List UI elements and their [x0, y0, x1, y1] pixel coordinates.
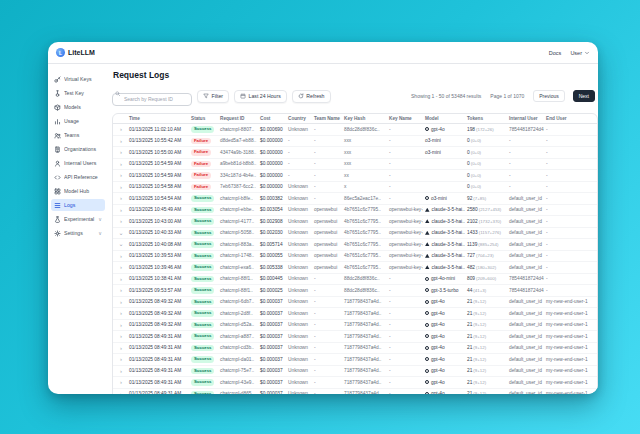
- cell-country: Unknown: [286, 368, 312, 373]
- cell-internal-user: 78544818724d4..: [507, 276, 544, 281]
- table-row[interactable]: › 01/13/2025 09:53:57 AM Success chatcmp…: [113, 285, 597, 297]
- topbar: L LiteLLM Docs User: [48, 42, 598, 64]
- model-name: o3-mini: [425, 138, 441, 143]
- row-expand-chevron-icon[interactable]: ›: [113, 182, 127, 192]
- user-menu[interactable]: User: [570, 50, 590, 56]
- model-name: claude-3-5-hai..: [432, 265, 465, 270]
- table-row[interactable]: › 01/13/2025 10:39:46 AM Success chatcmp…: [113, 262, 597, 274]
- sidebar-item-experimental[interactable]: Experimental∨: [51, 213, 105, 225]
- row-expand-chevron-icon[interactable]: ›: [113, 251, 127, 261]
- table-row[interactable]: › 01/13/2025 08:49:31 AM Success chatcmp…: [113, 343, 597, 355]
- cell-tokens: 2102(1732+370): [465, 219, 507, 224]
- cell-time: 01/13/2025 09:53:57 AM: [127, 288, 189, 293]
- sidebar-item-label: API Reference: [64, 174, 102, 180]
- cell-status: Success: [189, 241, 218, 248]
- cell-time: 01/13/2025 10:40:08 AM: [127, 242, 189, 247]
- table-row[interactable]: › 01/13/2025 08:49:31 AM Success chatcmp…: [113, 389, 597, 395]
- table-row[interactable]: › 01/13/2025 10:39:53 AM Success chatcmp…: [113, 251, 597, 263]
- row-expand-chevron-icon[interactable]: ›: [113, 136, 127, 146]
- row-expand-chevron-icon[interactable]: ›: [113, 170, 127, 180]
- search-input[interactable]: [112, 93, 192, 106]
- row-expand-chevron-icon[interactable]: ⌄: [113, 239, 127, 249]
- sidebar-item-organizations[interactable]: Organizations: [51, 143, 105, 155]
- cell-country: Unknown: [286, 276, 312, 281]
- table-row[interactable]: › 01/13/2025 10:43:00 AM Success chatcmp…: [113, 216, 597, 228]
- cell-tokens: 0(0+0): [465, 173, 507, 178]
- table-row[interactable]: ⌄ 01/13/2025 10:40:08 AM Success chatcmp…: [113, 239, 597, 251]
- row-expand-chevron-icon[interactable]: ›: [113, 366, 127, 376]
- table-row[interactable]: › 01/13/2025 08:49:32 AM Success chatcmp…: [113, 320, 597, 332]
- cell-internal-user: -: [507, 150, 544, 155]
- table-row[interactable]: › 01/13/2025 08:49:31 AM Success chatcmp…: [113, 377, 597, 389]
- row-expand-chevron-icon[interactable]: ›: [113, 147, 127, 157]
- status-badge: Success: [191, 322, 214, 329]
- previous-page-button[interactable]: Previous: [533, 90, 564, 102]
- cell-cost: $0.000037: [258, 334, 286, 339]
- sidebar-item-settings[interactable]: Settings∨: [51, 227, 105, 239]
- row-expand-chevron-icon[interactable]: ›: [113, 193, 127, 203]
- sidebar-item-internal-users[interactable]: Internal Users: [51, 157, 105, 169]
- cell-country: Unknown: [286, 299, 312, 304]
- sidebar-item-models[interactable]: Models: [51, 101, 105, 113]
- table-row[interactable]: › 01/13/2025 10:55:00 AM Failure 43474a9…: [113, 147, 597, 159]
- row-expand-chevron-icon[interactable]: ›: [113, 377, 127, 387]
- cell-country: Unknown: [286, 357, 312, 362]
- table-row[interactable]: › 01/13/2025 10:54:58 AM Failure 7eb6738…: [113, 182, 597, 194]
- table-row[interactable]: ⌄ 01/13/2025 10:40:33 AM Success chatcmp…: [113, 228, 597, 240]
- docs-link[interactable]: Docs: [549, 50, 562, 56]
- row-expand-chevron-icon[interactable]: ›: [113, 285, 127, 295]
- table-row[interactable]: › 01/13/2025 10:54:59 AM Failure a9beb81…: [113, 159, 597, 171]
- sidebar-item-label: Teams: [64, 132, 102, 138]
- cell-country: Unknown: [286, 265, 312, 270]
- row-expand-chevron-icon[interactable]: ›: [113, 205, 127, 215]
- row-expand-chevron-icon[interactable]: ›: [113, 331, 127, 341]
- table-row[interactable]: › 01/13/2025 10:45:49 AM Success chatcmp…: [113, 205, 597, 217]
- model-name: gpt-4o: [431, 127, 445, 132]
- table-row[interactable]: › 01/13/2025 10:55:42 AM Failure d8ded5a…: [113, 136, 597, 148]
- table-row[interactable]: › 01/13/2025 08:49:31 AM Success chatcmp…: [113, 366, 597, 378]
- table-row[interactable]: › 01/13/2025 08:49:31 AM Success chatcmp…: [113, 331, 597, 343]
- sidebar-item-logs[interactable]: Logs: [51, 199, 105, 211]
- row-expand-chevron-icon[interactable]: ›: [113, 124, 127, 134]
- table-row[interactable]: › 01/13/2025 08:49:32 AM Success chatcmp…: [113, 297, 597, 309]
- next-page-button[interactable]: Next: [573, 90, 595, 102]
- table-row[interactable]: › 01/13/2025 10:54:54 AM Success chatcmp…: [113, 193, 597, 205]
- table-row[interactable]: › 01/13/2025 10:38:41 AM Success chatcmp…: [113, 274, 597, 286]
- cell-tokens: 21(9+12): [465, 391, 507, 394]
- table-row[interactable]: › 01/13/2025 08:49:31 AM Success chatcmp…: [113, 354, 597, 366]
- sidebar-item-test-key[interactable]: Test Key: [51, 87, 105, 99]
- table-row[interactable]: › 01/13/2025 11:02:10 AM Success chatcmp…: [113, 124, 597, 136]
- sidebar-item-api-reference[interactable]: API Reference: [51, 171, 105, 183]
- sidebar-item-usage[interactable]: Usage: [51, 115, 105, 127]
- cell-key-name: openwebui-key-2: [387, 253, 423, 258]
- row-expand-chevron-icon[interactable]: ›: [113, 274, 127, 284]
- status-badge: Success: [191, 230, 214, 237]
- filter-button[interactable]: Filter: [197, 90, 229, 103]
- row-expand-chevron-icon[interactable]: ›: [113, 216, 127, 226]
- row-expand-chevron-icon[interactable]: ›: [113, 343, 127, 353]
- cell-time: 01/13/2025 10:43:00 AM: [127, 219, 189, 224]
- sidebar-item-model-hub[interactable]: Model Hub: [51, 185, 105, 197]
- row-expand-chevron-icon[interactable]: ›: [113, 389, 127, 394]
- chevron-down-icon: ∨: [98, 216, 102, 222]
- cell-end-user: my-new-end-user-1: [544, 345, 592, 350]
- row-expand-chevron-icon[interactable]: ›: [113, 159, 127, 169]
- row-expand-chevron-icon[interactable]: ⌄: [113, 228, 127, 238]
- tokens-total: 727: [467, 253, 475, 258]
- table-row[interactable]: › 01/13/2025 10:54:59 AM Failure 334c187…: [113, 170, 597, 182]
- cell-key-hash: 88dc28d8f836c..: [342, 127, 387, 132]
- refresh-button[interactable]: Refresh: [292, 90, 331, 103]
- cell-request-id: chatcmpl-d52a..: [218, 322, 258, 327]
- time-range-button[interactable]: Last 24 Hours: [234, 90, 287, 103]
- sidebar-item-virtual-keys[interactable]: Virtual Keys: [51, 73, 105, 85]
- row-expand-chevron-icon[interactable]: ›: [113, 308, 127, 318]
- row-expand-chevron-icon[interactable]: ›: [113, 297, 127, 307]
- row-expand-chevron-icon[interactable]: ›: [113, 320, 127, 330]
- sidebar-item-teams[interactable]: Teams: [51, 129, 105, 141]
- model-name: gpt-4o: [431, 380, 445, 385]
- row-expand-chevron-icon[interactable]: ›: [113, 262, 127, 272]
- row-expand-chevron-icon[interactable]: ›: [113, 354, 127, 364]
- table-row[interactable]: › 01/13/2025 08:49:32 AM Success chatcmp…: [113, 308, 597, 320]
- cell-end-user: -: [544, 253, 592, 258]
- cell-time: 01/13/2025 10:45:49 AM: [127, 207, 189, 212]
